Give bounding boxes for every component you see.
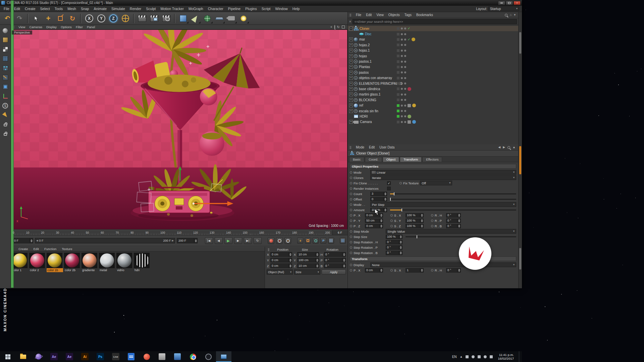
dock-tab[interactable] bbox=[519, 248, 521, 269]
texture-mode-button[interactable] bbox=[1, 45, 9, 53]
layer-chip[interactable] bbox=[397, 33, 399, 36]
render-visibility-dot[interactable] bbox=[404, 39, 406, 41]
tray-icon[interactable] bbox=[478, 355, 481, 358]
anim-dot[interactable] bbox=[350, 187, 352, 190]
expand-toggle[interactable]: + bbox=[349, 109, 353, 113]
stepper-arrows[interactable] bbox=[457, 219, 461, 223]
titlebar[interactable]: CINEMA 4D R17.016 Studio (R17) - [Compos… bbox=[0, 0, 522, 6]
panel-grip[interactable] bbox=[268, 248, 270, 251]
material-preview-sphere[interactable] bbox=[48, 253, 62, 267]
tray-expand-icon[interactable]: ▲ bbox=[460, 355, 463, 358]
menu-item[interactable]: Simulate bbox=[109, 6, 127, 11]
view-label[interactable]: Perspective bbox=[12, 31, 32, 35]
position-x-field[interactable]: 0 cm bbox=[270, 252, 292, 257]
viewport-menu-item[interactable]: Panel bbox=[85, 25, 97, 29]
calculator-button[interactable] bbox=[123, 351, 139, 362]
material-swatch[interactable]: color 1 bbox=[12, 253, 28, 272]
render-visibility-dot[interactable] bbox=[404, 44, 406, 46]
render-visibility-dot[interactable] bbox=[404, 121, 406, 123]
clones-dropdown[interactable]: Iterate▾ bbox=[370, 175, 516, 180]
key-rotation-toggle[interactable] bbox=[313, 238, 319, 244]
anim-dot[interactable] bbox=[390, 225, 393, 227]
anim-dot[interactable] bbox=[350, 246, 352, 249]
points-mode-button[interactable] bbox=[1, 64, 9, 72]
app-button-red[interactable] bbox=[139, 351, 154, 362]
step-rotation-p-field[interactable]: 0 ° bbox=[386, 245, 402, 250]
expand-toggle[interactable]: + bbox=[349, 43, 353, 47]
tab-basic[interactable]: Basic bbox=[349, 157, 364, 162]
illustrator-button[interactable]: Ai bbox=[77, 351, 93, 362]
menu-item[interactable]: Select bbox=[38, 6, 52, 11]
redo-button[interactable]: ↷ bbox=[14, 13, 25, 24]
material-menu-item[interactable]: Edit bbox=[31, 247, 42, 251]
render-visibility-dot[interactable] bbox=[404, 88, 406, 90]
search-icon[interactable] bbox=[505, 14, 507, 16]
expand-toggle[interactable]: + bbox=[349, 65, 353, 69]
tab-object[interactable]: Object bbox=[383, 157, 399, 162]
render-visibility-dot[interactable] bbox=[404, 71, 406, 73]
stepper-arrows[interactable] bbox=[420, 224, 423, 228]
layer-chip[interactable] bbox=[397, 77, 399, 79]
language-indicator[interactable]: EN bbox=[452, 355, 457, 359]
material-name[interactable]: color 1b bbox=[47, 268, 63, 272]
material-name[interactable]: hdri bbox=[134, 268, 150, 272]
section-transform[interactable]: Transform bbox=[350, 256, 516, 261]
model-mode-button[interactable] bbox=[1, 36, 9, 44]
menu-item[interactable]: Tools bbox=[52, 6, 65, 11]
x-axis-lock-button[interactable]: X bbox=[84, 13, 95, 24]
expand-toggle[interactable]: + bbox=[349, 76, 353, 80]
material-preview-sphere[interactable] bbox=[83, 253, 97, 267]
app-button-blue[interactable] bbox=[170, 351, 185, 362]
add-spline-button[interactable] bbox=[190, 13, 201, 24]
count-slider[interactable] bbox=[390, 193, 516, 194]
editor-visibility-dot[interactable] bbox=[401, 33, 403, 35]
collapse-toggle[interactable]: − bbox=[349, 27, 353, 31]
stepper-arrows[interactable] bbox=[379, 214, 383, 217]
render-visibility-dot[interactable] bbox=[404, 77, 406, 79]
editor-visibility-dot[interactable] bbox=[401, 71, 403, 73]
tab-effectors[interactable]: Effectors bbox=[422, 157, 442, 162]
menu-item[interactable]: Animate bbox=[91, 6, 109, 11]
layer-chip[interactable] bbox=[397, 44, 399, 46]
anim-dot[interactable] bbox=[399, 182, 402, 184]
layer-chip[interactable] bbox=[397, 99, 399, 101]
ableton-live-button[interactable]: Live bbox=[108, 351, 123, 362]
key-scale-toggle[interactable] bbox=[305, 238, 311, 244]
end-frame-spinner[interactable]: 200 F bbox=[177, 238, 198, 243]
tree-item-pastos1[interactable]: + pastos.1 bbox=[348, 59, 518, 64]
move-tool-button[interactable]: + bbox=[43, 13, 54, 24]
render-visibility-dot[interactable] bbox=[404, 105, 406, 107]
layer-chip[interactable] bbox=[397, 55, 399, 57]
add-light-button[interactable] bbox=[238, 13, 249, 24]
texture-tag-icon[interactable] bbox=[408, 87, 411, 91]
workplane-mode-button[interactable] bbox=[1, 55, 9, 63]
step-mode-value-dropdown[interactable]: Single Value▾ bbox=[386, 229, 516, 234]
layer-chip[interactable] bbox=[397, 121, 399, 123]
scale-tool-button[interactable] bbox=[55, 13, 66, 24]
expand-toggle[interactable]: + bbox=[349, 98, 353, 102]
tree-item-martini-glass1[interactable]: + martini glass.1 bbox=[348, 92, 518, 97]
next-frame-button[interactable]: ▶ bbox=[234, 237, 242, 244]
render-visibility-dot[interactable] bbox=[404, 94, 406, 96]
tree-item-hojas2[interactable]: + hojas.2 bbox=[348, 42, 518, 48]
anim-dot[interactable] bbox=[350, 209, 352, 211]
material-swatch[interactable]: gradiente bbox=[82, 253, 98, 272]
layer-chip[interactable] bbox=[397, 93, 399, 96]
layer-chip[interactable] bbox=[397, 66, 399, 68]
offset-slider[interactable] bbox=[390, 199, 516, 200]
enabled-check-icon[interactable]: ✓ bbox=[408, 38, 410, 41]
step-rotation-h-field[interactable]: 0 ° bbox=[386, 240, 402, 244]
maximize-button[interactable] bbox=[506, 1, 513, 5]
stepper-arrows[interactable] bbox=[383, 192, 387, 196]
taskbar-clock[interactable]: 11:41 p.m. 16/02/2017 bbox=[496, 353, 516, 360]
anim-dot[interactable] bbox=[350, 252, 352, 254]
settings-lock-button[interactable] bbox=[1, 130, 9, 138]
anim-dot[interactable] bbox=[390, 269, 393, 272]
app-button-gray[interactable] bbox=[154, 351, 170, 362]
transform-s-x-field[interactable]: 1 bbox=[406, 268, 424, 273]
rotation-b-field[interactable]: 0 ° bbox=[324, 263, 346, 268]
object-manager-menu-item[interactable]: Bookmarks bbox=[414, 12, 435, 17]
count-field[interactable]: 3 bbox=[370, 192, 387, 196]
y-axis-lock-button[interactable]: Y bbox=[96, 13, 107, 24]
attribute-menu-item[interactable]: Mode bbox=[354, 145, 367, 150]
